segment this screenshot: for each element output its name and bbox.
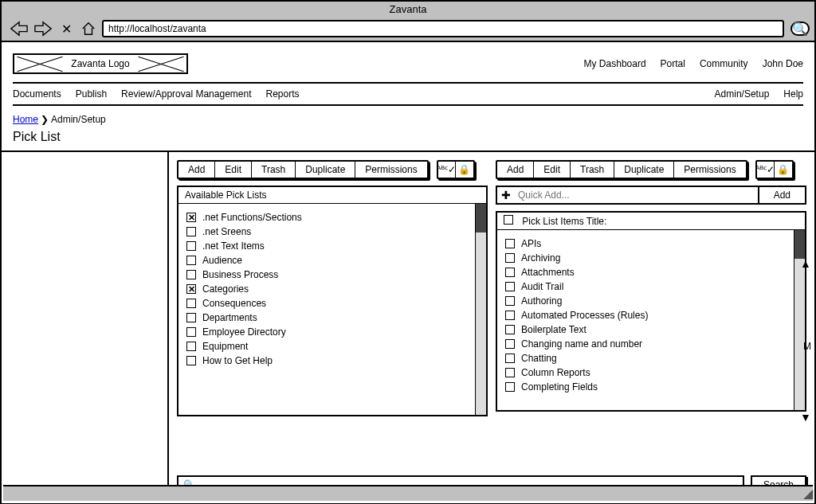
checkbox[interactable] <box>505 368 515 377</box>
list-item[interactable]: Audit Trail <box>505 279 786 294</box>
menu-publish[interactable]: Publish <box>76 88 107 100</box>
menu-reports[interactable]: Reports <box>265 88 299 100</box>
menu-admin[interactable]: Admin/Setup <box>715 88 770 100</box>
lock-icon[interactable]: 🔒 <box>456 162 473 178</box>
permissions-button[interactable]: Permissions <box>355 162 426 178</box>
list-item[interactable]: .net Functions/Sections <box>186 210 467 225</box>
list-item-label: Authoring <box>521 295 562 307</box>
checkbox[interactable] <box>186 327 196 337</box>
duplicate-button-right[interactable]: Duplicate <box>614 162 674 178</box>
nav-community[interactable]: Community <box>700 58 748 69</box>
list-item[interactable]: Equipment <box>186 339 467 354</box>
checkbox[interactable] <box>505 339 515 349</box>
menu-bar: Documents Publish Review/Approval Manage… <box>13 84 803 106</box>
menu-review[interactable]: Review/Approval Management <box>121 88 251 100</box>
list-item[interactable]: Chatting <box>505 351 786 365</box>
add-button-right[interactable]: Add <box>497 162 534 178</box>
checkbox[interactable] <box>186 270 196 279</box>
url-input[interactable] <box>108 23 778 34</box>
list-item[interactable]: .net Sreens <box>186 225 467 239</box>
checkbox[interactable] <box>186 241 196 251</box>
list-item[interactable]: How to Get Help <box>186 354 467 368</box>
list-item[interactable]: Automated Processes (Rules) <box>505 308 786 322</box>
add-button[interactable]: Add <box>178 162 215 178</box>
url-input-container[interactable] <box>102 20 784 37</box>
checkbox[interactable] <box>186 313 196 322</box>
breadcrumb-home[interactable]: Home <box>13 114 38 125</box>
list-item[interactable]: Business Process <box>186 268 467 282</box>
checkbox[interactable] <box>505 282 515 291</box>
nav-user[interactable]: John Doe <box>763 58 803 69</box>
list-item[interactable]: APIs <box>505 236 786 251</box>
list-item-label: .net Sreens <box>202 226 251 237</box>
edit-button-right[interactable]: Edit <box>534 162 571 178</box>
menu-help[interactable]: Help <box>783 88 803 100</box>
app-window: Zavanta ✕ 🔍 Zavanta Logo My Dashboard Po… <box>0 0 816 504</box>
list-item[interactable]: Column Reports <box>505 365 786 380</box>
checkbox[interactable] <box>505 311 515 320</box>
checkbox[interactable] <box>505 239 515 248</box>
checkbox[interactable] <box>186 213 196 222</box>
checkbox[interactable] <box>186 342 196 351</box>
list-item[interactable]: Archiving <box>505 251 786 265</box>
menu-documents[interactable]: Documents <box>13 88 61 100</box>
checkbox[interactable] <box>505 354 515 363</box>
quick-add-button[interactable]: Add <box>758 187 805 203</box>
list-item-label: Completing Fields <box>521 381 598 393</box>
logo[interactable]: Zavanta Logo <box>13 53 188 74</box>
available-scrollbar[interactable] <box>475 204 486 415</box>
list-item[interactable]: .net Text Items <box>186 239 467 253</box>
list-item[interactable]: Categories <box>186 282 467 296</box>
available-list: .net Functions/Sections.net Sreens.net T… <box>178 204 475 415</box>
permissions-button-right[interactable]: Permissions <box>674 162 745 178</box>
list-item[interactable]: Boilerplate Text <box>505 322 786 337</box>
spellcheck-icon[interactable]: ᴬᴮᶜ✓ <box>438 162 456 178</box>
nav-portal[interactable]: Portal <box>661 58 685 69</box>
checkbox[interactable] <box>505 382 515 392</box>
browser-toolbar: ✕ 🔍 <box>2 17 814 42</box>
select-all-checkbox[interactable] <box>504 215 513 225</box>
trash-button[interactable]: Trash <box>252 162 296 178</box>
nav-dashboard[interactable]: My Dashboard <box>584 58 646 69</box>
available-listbox: Available Pick Lists .net Functions/Sect… <box>177 186 488 416</box>
stop-icon[interactable]: ✕ <box>57 20 75 37</box>
checkbox[interactable] <box>505 268 515 277</box>
logo-text: Zavanta Logo <box>71 58 129 69</box>
quick-add-input[interactable] <box>515 187 758 203</box>
window-resize-handle[interactable]: ◢ <box>803 486 813 501</box>
checkbox[interactable] <box>186 284 196 294</box>
checkbox[interactable] <box>186 299 196 308</box>
spellcheck-icon-right[interactable]: ᴬᴮᶜ✓ <box>757 162 775 178</box>
available-header: Available Pick Lists <box>178 187 486 204</box>
duplicate-button[interactable]: Duplicate <box>296 162 355 178</box>
back-icon[interactable] <box>10 20 29 37</box>
list-item[interactable]: Authoring <box>505 294 786 308</box>
plus-icon: ✚ <box>497 187 515 203</box>
list-item-label: How to Get Help <box>202 355 273 366</box>
checkbox[interactable] <box>505 296 515 306</box>
search-icon[interactable]: 🔍 <box>789 20 806 37</box>
items-header-row: Pick List Items Title: <box>497 213 805 230</box>
list-item-label: Equipment <box>202 341 248 352</box>
list-item[interactable]: Audience <box>186 253 467 268</box>
forward-icon[interactable] <box>33 20 53 37</box>
checkbox[interactable] <box>186 256 196 265</box>
list-item-label: Departments <box>202 312 257 323</box>
list-item[interactable]: Consequences <box>186 296 467 311</box>
list-item[interactable]: Employee Directory <box>186 325 467 339</box>
lock-icon-right[interactable]: 🔒 <box>775 162 792 178</box>
vertical-resize-handle[interactable]: ▲ M ▼ <box>800 257 811 424</box>
checkbox[interactable] <box>505 253 515 263</box>
trash-button-right[interactable]: Trash <box>571 162 614 178</box>
home-icon[interactable] <box>80 20 97 37</box>
list-item-label: Audit Trail <box>521 281 563 292</box>
left-button-group: Add Edit Trash Duplicate Permissions <box>177 160 429 179</box>
list-item[interactable]: Completing Fields <box>505 380 786 394</box>
checkbox[interactable] <box>186 227 196 236</box>
list-item[interactable]: Departments <box>186 311 467 325</box>
list-item[interactable]: Attachments <box>505 265 786 279</box>
edit-button[interactable]: Edit <box>215 162 252 178</box>
list-item[interactable]: Changing name and number <box>505 337 786 351</box>
checkbox[interactable] <box>186 356 196 365</box>
checkbox[interactable] <box>505 325 515 334</box>
